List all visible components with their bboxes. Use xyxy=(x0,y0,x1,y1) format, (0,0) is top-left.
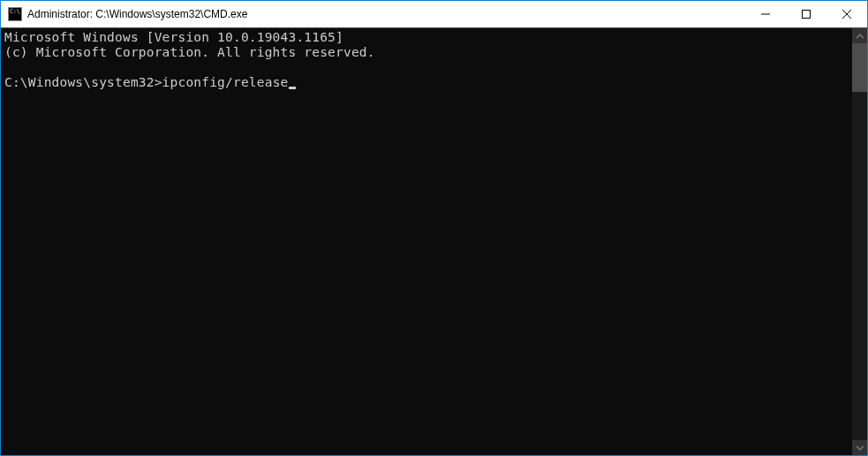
cmd-icon xyxy=(8,7,22,21)
console-line: Microsoft Windows [Version 10.0.19043.11… xyxy=(4,30,343,44)
console-output[interactable]: Microsoft Windows [Version 10.0.19043.11… xyxy=(1,28,852,455)
console-prompt: C:\Windows\system32> xyxy=(4,75,162,89)
chevron-up-icon xyxy=(857,33,864,40)
chevron-down-icon xyxy=(857,445,864,452)
window-title: Administrator: C:\Windows\system32\CMD.e… xyxy=(27,8,745,20)
close-button[interactable] xyxy=(826,1,867,27)
console-command: ipconfig/release xyxy=(162,75,289,89)
maximize-icon xyxy=(802,10,811,19)
minimize-icon xyxy=(761,10,770,19)
scroll-up-button[interactable] xyxy=(852,28,867,43)
titlebar[interactable]: Administrator: C:\Windows\system32\CMD.e… xyxy=(1,1,867,27)
scrollbar-track[interactable] xyxy=(852,43,867,440)
maximize-button[interactable] xyxy=(786,1,826,27)
cmd-window: Administrator: C:\Windows\system32\CMD.e… xyxy=(0,0,868,456)
close-icon xyxy=(842,10,851,19)
console-area: Microsoft Windows [Version 10.0.19043.11… xyxy=(1,27,867,455)
svg-rect-1 xyxy=(803,11,811,19)
window-controls xyxy=(745,1,867,27)
vertical-scrollbar[interactable] xyxy=(852,28,867,455)
scroll-down-button[interactable] xyxy=(852,440,867,455)
text-cursor xyxy=(289,87,296,89)
scrollbar-thumb[interactable] xyxy=(852,43,867,92)
minimize-button[interactable] xyxy=(745,1,786,27)
console-line: (c) Microsoft Corporation. All rights re… xyxy=(4,45,375,59)
